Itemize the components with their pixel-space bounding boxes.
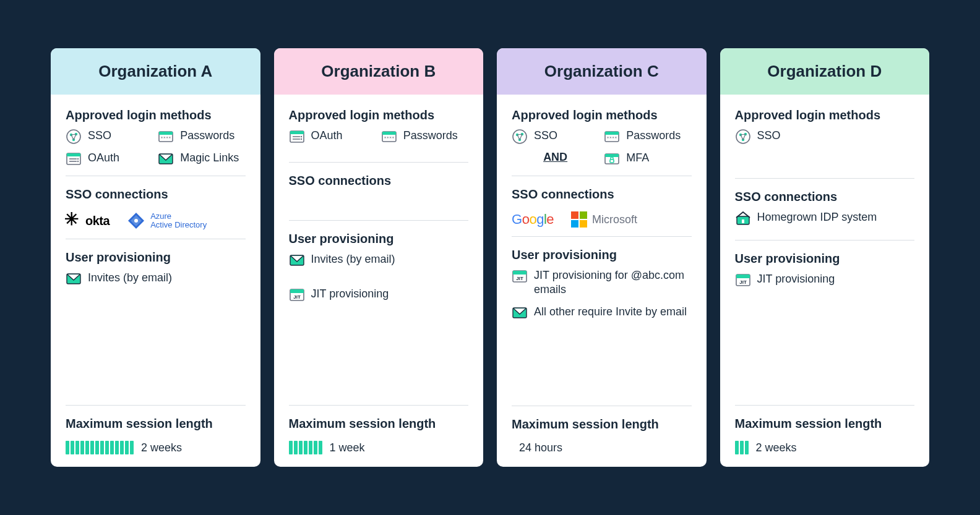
section-session: Maximum session length [735, 417, 915, 431]
card-title: Organization B [274, 48, 484, 95]
provisioning-jit: JIT provisioning [735, 272, 915, 288]
session-value: 24 hours [519, 441, 562, 454]
provisioning-invites: Invites (by email) [66, 271, 246, 287]
password-icon [381, 129, 397, 145]
section-sso-connections: SSO connections [735, 190, 915, 204]
method-sso: SSO [66, 129, 153, 145]
label: Azure [150, 211, 171, 221]
session-length: 2 weeks [735, 441, 915, 454]
microsoft-logo: Microsoft [571, 211, 637, 228]
section-session: Maximum session length [66, 417, 246, 431]
section-approved: Approved login methods [66, 108, 246, 122]
method-oauth: OAuth [289, 129, 376, 145]
method-oauth: OAuth [66, 151, 153, 167]
method-passwords: Passwords [158, 129, 245, 145]
section-approved: Approved login methods [735, 108, 915, 122]
label: SSO [757, 129, 781, 143]
password-icon [604, 129, 620, 145]
sso-icon [512, 129, 528, 145]
label: Passwords [626, 129, 681, 143]
divider [512, 406, 692, 406]
org-card-b: Organization B Approved login methods OA… [274, 48, 484, 467]
session-value: 2 weeks [756, 441, 797, 454]
connection-homegrown: Homegrown IDP system [735, 210, 915, 226]
divider [289, 162, 469, 163]
divider [66, 405, 246, 406]
card-title: Organization A [51, 48, 260, 95]
method-passwords: Passwords [604, 129, 691, 145]
azure-ad-logo: AzureActive Directory [127, 211, 207, 230]
label: All other require Invite by email [534, 305, 687, 319]
divider [512, 236, 692, 237]
card-title: Organization D [720, 48, 930, 95]
section-approved: Approved login methods [289, 108, 469, 122]
label: JIT provisioning [311, 287, 389, 301]
section-sso-connections: SSO connections [512, 187, 692, 202]
divider [66, 239, 246, 239]
divider [66, 176, 246, 176]
session-length: 2 weeks [66, 441, 246, 454]
label: Passwords [180, 129, 234, 143]
oauth-icon [66, 151, 82, 167]
card-title: Organization C [497, 48, 707, 95]
session-bars [289, 441, 322, 454]
label: MFA [626, 151, 649, 165]
mail-icon [158, 151, 174, 167]
mail-icon [66, 271, 82, 287]
session-length: 1 week [289, 441, 469, 454]
jit-icon [512, 268, 528, 284]
label: okta [85, 214, 110, 228]
label: JIT provisioning for @abc.com emails [534, 268, 692, 297]
section-session: Maximum session length [289, 417, 469, 431]
divider [289, 220, 469, 221]
session-length: 24 hours [512, 441, 692, 454]
provisioning-invites: Invites (by email) [289, 252, 469, 268]
divider [735, 405, 915, 406]
section-sso-connections: SSO connections [66, 187, 246, 202]
session-bars [735, 441, 749, 454]
google-logo: Google [512, 211, 554, 228]
section-provisioning: User provisioning [735, 252, 915, 266]
label: SSO [88, 129, 111, 143]
org-card-a: Organization A Approved login methods SS… [51, 48, 260, 467]
session-value: 1 week [330, 441, 365, 454]
label: Microsoft [592, 213, 637, 226]
and-operator: AND [543, 151, 567, 167]
label: Active Directory [150, 220, 207, 229]
section-approved: Approved login methods [512, 108, 692, 122]
section-sso-connections: SSO connections [289, 174, 469, 188]
label: JIT provisioning [757, 272, 835, 286]
mail-icon [289, 252, 305, 268]
divider [735, 240, 915, 240]
jit-icon [289, 287, 305, 303]
mail-icon [512, 305, 528, 321]
provisioning-jit-abc: JIT provisioning for @abc.com emails [512, 268, 692, 297]
divider [289, 405, 469, 406]
label: Invites (by email) [311, 252, 395, 266]
section-provisioning: User provisioning [512, 248, 692, 262]
oauth-icon [289, 129, 305, 145]
divider [735, 178, 915, 179]
section-provisioning: User provisioning [289, 232, 469, 246]
method-sso: SSO [512, 129, 599, 145]
method-mfa: MFA [604, 151, 691, 167]
session-bars [66, 441, 134, 454]
method-passwords: Passwords [381, 129, 468, 145]
label: OAuth [88, 151, 119, 165]
divider [512, 176, 692, 176]
section-provisioning: User provisioning [66, 250, 246, 265]
home-icon [735, 210, 751, 226]
label: Magic Links [180, 151, 239, 165]
mfa-icon [604, 151, 620, 167]
okta-logo: okta [66, 213, 110, 229]
password-icon [158, 129, 174, 145]
session-value: 2 weeks [141, 441, 182, 454]
org-card-c: Organization C Approved login methods SS… [497, 48, 707, 467]
label: Passwords [403, 129, 458, 143]
method-magic-links: Magic Links [158, 151, 245, 167]
sso-icon [66, 129, 82, 145]
label: Homegrown IDP system [757, 210, 877, 224]
org-card-d: Organization D Approved login methods SS… [720, 48, 930, 467]
jit-icon [735, 272, 751, 288]
label: SSO [534, 129, 557, 143]
